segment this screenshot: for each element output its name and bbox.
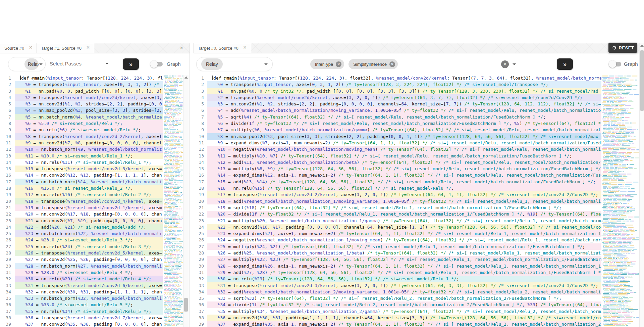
- run-passes-button[interactable]: »: [557, 58, 573, 70]
- target-panel: Target #0, Source #0 ✕ Relay InferType✕S…: [194, 43, 644, 327]
- source-code-view[interactable]: 1def @main(%input_tensor: Tensor[(128, 2…: [0, 75, 163, 327]
- ir-chip[interactable]: Relay: [24, 58, 39, 70]
- run-passes-button[interactable]: »: [123, 58, 139, 70]
- line-number: 27: [0, 243, 15, 250]
- tab-target-0-source-0[interactable]: Target #0, Source #0 ✕: [194, 43, 251, 53]
- code-text: %8 = nn.max_pool2d(%3, pool_size=[3, 3],…: [207, 133, 601, 140]
- code-text: def @main(%input_tensor: Tensor[(128, 22…: [15, 75, 163, 81]
- scroll-up-icon[interactable]: [184, 76, 188, 79]
- code-line: 32 %30 = nn.relu(%29) /* si=resnet_model…: [0, 276, 163, 282]
- code-line: 24 %22 = nn.conv2d(%16, %17, padding=[0,…: [194, 224, 601, 230]
- code-line: 21 %19 = transpose(%resnet_model/conv2d_…: [0, 204, 163, 211]
- ir-chip[interactable]: Relay: [201, 58, 223, 70]
- chevron-down-icon[interactable]: [513, 63, 516, 65]
- code-text: %1 = nn.pad(%0, 0 /* ty=int32 */, pad_wi…: [207, 88, 601, 94]
- reset-button[interactable]: RESET: [608, 43, 637, 53]
- pass-chip[interactable]: InferType✕: [310, 59, 344, 69]
- code-text: %11 = multiply(%10, %7) /* ty=Tensor[(64…: [207, 153, 601, 159]
- ir-select[interactable]: Relay: [196, 57, 273, 71]
- line-number: 17: [0, 179, 15, 185]
- code-line: 38 %36 = nn.conv2d(%30, %31, padding=[1,…: [194, 315, 601, 321]
- line-number: 26: [0, 237, 15, 243]
- close-icon[interactable]: ✕: [86, 45, 90, 50]
- select-passes-dropdown[interactable]: Select Passes: [50, 61, 109, 66]
- left-tabstrip: Source #0 ✕ Target #1, Source #0 ✕ ✕: [0, 43, 190, 53]
- code-text: %22 = add(%20, %21) /* si=resnet_model/a…: [15, 224, 163, 230]
- code-text: %31 = transpose(%resnet_model/conv2d_6/k…: [15, 282, 163, 289]
- close-icon[interactable]: ✕: [243, 45, 247, 50]
- source-panel: Source #0 ✕ Target #1, Source #0 ✕ ✕ Rel…: [0, 43, 190, 327]
- tab-source-0[interactable]: Source #0 ✕: [0, 43, 37, 53]
- code-text: %13 = transpose(%resnet_model/conv2d_3/k…: [15, 166, 163, 172]
- minimap[interactable]: [602, 75, 639, 327]
- window-scrollbar[interactable]: [639, 43, 644, 327]
- code-text: %34 = divide(1f /* ty=float32 */ /* si=[…: [207, 301, 601, 308]
- target-code-view[interactable]: 1def @main(%input_tensor: Tensor[(128, 2…: [194, 75, 601, 327]
- code-line: 36 %34 = %33.0 /* si=resnet_model/Relu_5…: [0, 301, 163, 308]
- scrollbar-thumb[interactable]: [184, 298, 188, 312]
- graph-toggle[interactable]: [151, 62, 163, 66]
- code-line: 9 %7 = multiply(%6, %resnet_model/batch_…: [194, 127, 601, 133]
- code-line: 10 %8 = nn.max_pool2d(%3, pool_size=[3, …: [194, 133, 601, 140]
- chevron-down-icon: [105, 63, 109, 64]
- code-text: %3 = nn.conv2d(%1, %2, strides=[2, 2], p…: [207, 101, 601, 107]
- code-line: 28 %26 = transpose(%resnet_model/conv2d_…: [0, 250, 163, 256]
- code-line: 35 %33 = sqrt(%32) /* ty=Tensor[(64), fl…: [194, 295, 601, 301]
- code-line: 24 %22 = add(%20, %21) /* si=resnet_mode…: [0, 224, 163, 230]
- line-number: 38: [0, 315, 15, 321]
- code-line: 29 %27 = multiply(%22, %23) /* ty=Tensor…: [194, 256, 601, 263]
- code-line: 3 %1 = nn.pad(%0, 0 /* ty=int32 */, pad_…: [194, 88, 601, 94]
- graph-toggle[interactable]: [610, 62, 621, 66]
- code-line: 13 %11 = multiply(%10, %7) /* ty=Tensor[…: [194, 153, 601, 159]
- line-number: 33: [0, 282, 15, 289]
- code-line: 17 %15 = add(%13, %14) /* ty=Tensor[(128…: [194, 179, 601, 185]
- code-line: 22 %20 = divide(1f /* ty=float32 */ /* s…: [194, 211, 601, 217]
- tab-target-1-source-0[interactable]: Target #1, Source #0 ✕: [37, 43, 94, 53]
- line-number: 10: [0, 133, 15, 140]
- code-line: 2 %0 = transpose(%input_tensor, axes=[0,…: [0, 81, 163, 88]
- panel-close-icon[interactable]: ✕: [179, 45, 183, 51]
- remove-pass-icon[interactable]: ✕: [389, 61, 395, 67]
- line-number: 30: [194, 263, 207, 269]
- code-text: %14 = nn.conv2d(%12, %13, padding=[1, 1,…: [15, 172, 163, 178]
- scrollbar[interactable]: [183, 75, 189, 327]
- code-line: 19 %17 = nn.relu(%16) /* si=resnet_model…: [0, 191, 163, 198]
- tab-label: Source #0: [4, 46, 24, 51]
- code-line: 35 %33 = nn.batch_norm(%32, %resnet_mode…: [0, 295, 163, 301]
- code-line: 7 %5 = sqrt(%4) /* ty=Tensor[(64), float…: [194, 114, 601, 120]
- code-text: %21 = nn.conv2d(%7, %19, padding=[0, 0, …: [15, 218, 163, 224]
- line-number: 22: [194, 211, 207, 217]
- code-text: %36 = nn.conv2d(%30, %31, padding=[1, 1,…: [207, 315, 601, 321]
- line-number: 6: [0, 107, 15, 113]
- ir-select[interactable]: Relay: [8, 57, 46, 71]
- code-text: %37 = expand_dims(%35, axis=1, num_newax…: [207, 321, 601, 327]
- remove-pass-icon[interactable]: ✕: [336, 61, 341, 67]
- line-number: 17: [194, 179, 207, 185]
- graph-toggle-label: Graph: [167, 61, 181, 67]
- scroll-up-icon[interactable]: [640, 44, 644, 47]
- line-number: 25: [0, 230, 15, 237]
- pass-chip[interactable]: SimplifyInference✕: [348, 59, 398, 69]
- code-line: 34 %32 = nn.conv2d(%30, %31, padding=[1,…: [0, 289, 163, 295]
- applied-passes-field[interactable]: InferType✕SimplifyInference✕: [310, 59, 398, 69]
- code-line: 11 %9 = nn.conv2d(%7, %8, padding=[0, 0,…: [0, 140, 163, 146]
- code-text: %15 = add(%13, %14) /* ty=Tensor[(128, 6…: [207, 179, 601, 185]
- code-line: 22 %20 = nn.conv2d(%17, %18, padding=[0,…: [0, 211, 163, 217]
- close-icon[interactable]: ✕: [29, 45, 33, 50]
- clear-passes-icon[interactable]: ✕: [501, 60, 509, 68]
- code-text: %14 = expand_dims(%12, axis=1, num_newax…: [207, 172, 601, 178]
- code-text: %24 = %23.0 /* si=resnet_model/Relu_3 */…: [15, 237, 163, 243]
- minimap[interactable]: [163, 75, 183, 327]
- line-number: 31: [194, 269, 207, 276]
- code-line: 32 %30 = nn.relu(%29) /* ty=Tensor[(128,…: [194, 276, 601, 282]
- code-line: 13 %11 = %10.0 /* si=resnet_model/Relu_1…: [0, 153, 163, 159]
- line-number: 7: [194, 114, 207, 120]
- code-text: %19 = sqrt(%18) /* ty=Tensor[(64), float…: [207, 204, 601, 211]
- code-text: %4 = nn.max_pool2d(%3, pool_size=[3, 3],…: [15, 107, 163, 113]
- code-line: 21 %19 = sqrt(%18) /* ty=Tensor[(64), fl…: [194, 204, 601, 211]
- scrollbar-thumb[interactable]: [640, 50, 644, 111]
- line-number: 32: [194, 276, 207, 282]
- code-text: %21 = multiply(%20, %resnet_model/batch_…: [207, 218, 601, 224]
- line-number: 37: [0, 308, 15, 315]
- code-line: 28 %26 = add(%25, %resnet_model/batch_no…: [194, 250, 601, 256]
